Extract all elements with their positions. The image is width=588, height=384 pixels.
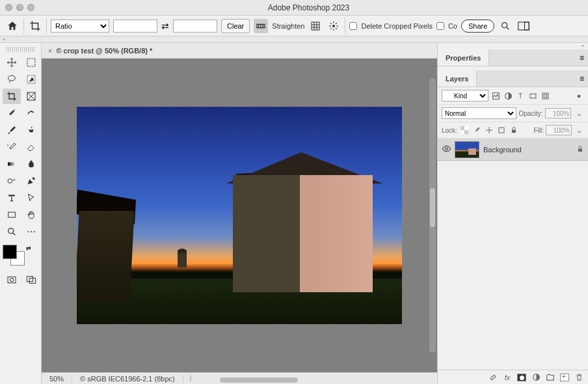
layer-thumbnail[interactable]	[455, 141, 479, 158]
lasso-tool[interactable]	[3, 72, 21, 87]
document-title: © crop test @ 50% (RGB/8) *	[56, 47, 152, 55]
adjustment-layer-icon[interactable]	[531, 372, 541, 383]
filter-type-icon[interactable]: T	[515, 90, 526, 101]
visibility-toggle-icon[interactable]	[442, 144, 451, 156]
edit-toolbar[interactable]: ⋯	[22, 224, 40, 240]
opacity-dropdown-icon[interactable]: ⌄	[574, 108, 584, 118]
crop-height-input[interactable]	[173, 20, 217, 33]
filter-toggle[interactable]: ●	[574, 90, 584, 101]
layer-list: Background	[438, 139, 588, 370]
crop-tool[interactable]	[3, 89, 21, 104]
toolbar-grip[interactable]	[7, 47, 34, 52]
delete-cropped-checkbox[interactable]	[349, 22, 357, 30]
canvas[interactable]	[42, 59, 437, 372]
collapse-strip[interactable]: «	[0, 36, 588, 43]
document-tab[interactable]: × © crop test @ 50% (RGB/8) *	[42, 43, 159, 58]
crop-width-input[interactable]	[113, 20, 157, 33]
panel-collapse-icon[interactable]: »	[438, 43, 588, 49]
straighten-tool-icon[interactable]	[254, 19, 268, 33]
hand-tool[interactable]	[22, 207, 40, 223]
vertical-scrollbar[interactable]	[429, 78, 436, 353]
filter-pixel-icon[interactable]	[490, 90, 501, 101]
lock-all-icon[interactable]	[509, 125, 519, 135]
svg-rect-6	[27, 59, 35, 66]
link-layers-icon[interactable]	[488, 372, 498, 383]
opacity-input[interactable]	[545, 108, 571, 118]
frame-tool[interactable]	[22, 89, 40, 104]
svg-rect-23	[461, 126, 464, 130]
layer-name[interactable]: Background	[483, 146, 572, 154]
home-icon[interactable]	[5, 19, 20, 33]
layers-menu-icon[interactable]: ≡	[576, 74, 588, 83]
healing-brush-tool[interactable]	[22, 105, 40, 121]
new-layer-icon[interactable]: +	[559, 372, 570, 383]
filter-adjustment-icon[interactable]	[503, 90, 513, 101]
swap-dimensions-icon[interactable]: ⇄	[161, 21, 169, 31]
status-menu-icon[interactable]: 〉	[183, 374, 201, 383]
blur-tool[interactable]	[22, 156, 40, 172]
filter-smart-icon[interactable]	[540, 90, 550, 101]
history-brush-tool[interactable]	[3, 139, 21, 155]
foreground-color[interactable]	[3, 245, 17, 259]
blend-mode-select[interactable]: Normal	[442, 107, 516, 119]
layer-mask-icon[interactable]	[516, 372, 527, 383]
filter-shape-icon[interactable]	[528, 90, 538, 101]
overlay-grid-icon[interactable]	[308, 19, 323, 33]
svg-point-29	[446, 147, 448, 150]
quick-mask-tool[interactable]	[3, 272, 21, 288]
share-button[interactable]: Share	[461, 20, 494, 33]
rectangle-tool[interactable]	[3, 207, 21, 223]
layers-tab[interactable]: Layers	[438, 70, 477, 87]
fill-input[interactable]	[546, 125, 572, 135]
type-tool[interactable]	[3, 190, 21, 206]
svg-rect-26	[461, 130, 464, 134]
svg-rect-10	[8, 162, 16, 165]
horizontal-scrollbar[interactable]	[220, 377, 298, 383]
move-tool[interactable]	[3, 55, 21, 70]
clear-button[interactable]: Clear	[221, 19, 250, 33]
swap-colors-icon[interactable]: ⇄	[26, 245, 31, 266]
pen-tool[interactable]	[22, 173, 40, 189]
eyedropper-tool[interactable]	[3, 105, 21, 121]
path-selection-tool[interactable]	[22, 190, 40, 206]
fill-dropdown-icon[interactable]: ⌄	[574, 125, 584, 135]
gradient-tool[interactable]	[3, 156, 21, 172]
crop-tool-icon[interactable]	[28, 19, 42, 33]
delete-layer-icon[interactable]	[574, 372, 584, 383]
workspace-switcher-icon[interactable]	[516, 19, 531, 33]
close-window[interactable]	[5, 4, 12, 11]
document-tab-bar: × © crop test @ 50% (RGB/8) *	[42, 43, 437, 59]
brush-tool[interactable]	[3, 122, 21, 138]
dodge-tool[interactable]	[3, 173, 21, 189]
eraser-tool[interactable]	[22, 139, 40, 155]
layer-row[interactable]: Background	[438, 139, 588, 161]
clone-stamp-tool[interactable]	[22, 122, 40, 138]
close-tab-icon[interactable]: ×	[48, 47, 52, 55]
search-icon[interactable]	[498, 19, 513, 33]
lock-indicator-icon[interactable]	[576, 145, 584, 154]
object-selection-tool[interactable]	[22, 72, 40, 87]
lock-artboard-icon[interactable]	[496, 125, 507, 135]
lock-transparency-icon[interactable]	[459, 125, 470, 135]
layer-style-icon[interactable]: fx	[502, 372, 513, 383]
properties-tab[interactable]: Properties	[438, 49, 489, 66]
lock-position-icon[interactable]	[484, 125, 494, 135]
content-aware-checkbox[interactable]	[436, 22, 444, 30]
zoom-level[interactable]: 50%	[42, 375, 72, 383]
fill-label: Fill:	[533, 127, 544, 134]
minimize-window[interactable]	[16, 4, 23, 11]
properties-menu-icon[interactable]: ≡	[576, 53, 588, 62]
lock-pixels-icon[interactable]	[472, 125, 482, 135]
layer-kind-select[interactable]: Kind	[442, 90, 488, 102]
crop-ratio-select[interactable]: Ratio	[51, 20, 109, 33]
color-swatches: ⇄	[0, 242, 41, 268]
crop-settings-icon[interactable]	[327, 19, 341, 33]
new-group-icon[interactable]	[545, 372, 555, 383]
zoom-tool[interactable]	[3, 224, 21, 240]
marquee-tool[interactable]	[22, 55, 40, 70]
screen-mode-tool[interactable]	[22, 272, 40, 288]
zoom-window[interactable]	[27, 4, 34, 11]
straighten-label: Straighten	[272, 22, 304, 30]
svg-rect-5	[525, 22, 529, 30]
color-profile[interactable]: © sRGB IEC61966-2.1 (8bpc)	[72, 375, 183, 383]
